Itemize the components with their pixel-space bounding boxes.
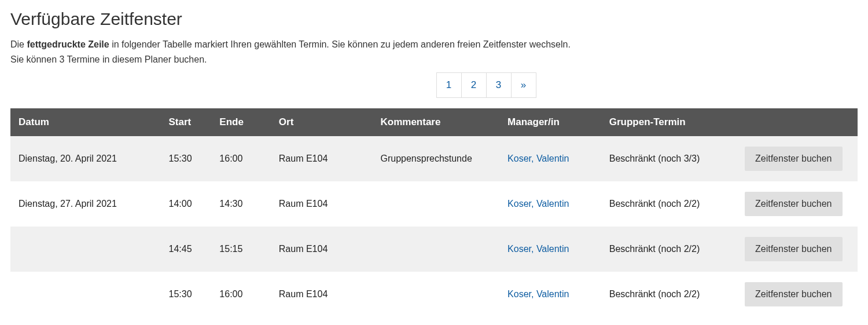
cell-location: Raum E104 [273, 181, 375, 227]
table-body: Dienstag, 20. April 2021 15:30 16:00 Rau… [10, 136, 858, 317]
cell-date [10, 272, 163, 317]
table-row: 14:45 15:15 Raum E104 Koser, Valentin Be… [10, 227, 858, 272]
th-comments: Kommentare [374, 108, 502, 136]
cell-start: 14:00 [163, 181, 214, 227]
th-manager: Manager/in [502, 108, 604, 136]
th-date: Datum [10, 108, 163, 136]
cell-end: 14:30 [214, 181, 273, 227]
table-row: 15:30 16:00 Raum E104 Koser, Valentin Be… [10, 272, 858, 317]
cell-end: 16:00 [214, 136, 273, 181]
cell-start: 15:30 [163, 272, 214, 317]
cell-group: Beschränkt (noch 3/3) [604, 136, 739, 181]
cell-end: 15:15 [214, 227, 273, 272]
desc-line1-rest: in folgender Tabelle markiert Ihren gewä… [109, 39, 571, 49]
desc-prefix: Die [10, 39, 27, 49]
description-block: Die fettgedruckte Zeile in folgender Tab… [10, 37, 858, 67]
table-row: Dienstag, 20. April 2021 15:30 16:00 Rau… [10, 136, 858, 181]
book-slot-button[interactable]: Zeitfenster buchen [745, 237, 843, 261]
th-group: Gruppen-Termin [604, 108, 739, 136]
cell-comments: Gruppensprechstunde [374, 136, 502, 181]
cell-date: Dienstag, 20. April 2021 [10, 136, 163, 181]
th-start: Start [163, 108, 214, 136]
desc-line2: Sie können 3 Termine in diesem Planer bu… [10, 54, 207, 64]
desc-bold: fettgedruckte Zeile [27, 39, 109, 49]
manager-link[interactable]: Koser, Valentin [507, 289, 569, 299]
book-slot-button[interactable]: Zeitfenster buchen [745, 282, 843, 306]
page-link-next[interactable]: » [511, 72, 536, 98]
table-header-row: Datum Start Ende Ort Kommentare Manager/… [10, 108, 858, 136]
page-title: Verfügbare Zeitfenster [10, 9, 858, 29]
th-location: Ort [273, 108, 375, 136]
cell-location: Raum E104 [273, 136, 375, 181]
cell-comments [374, 227, 502, 272]
cell-start: 14:45 [163, 227, 214, 272]
cell-group: Beschränkt (noch 2/2) [604, 181, 739, 227]
cell-group: Beschränkt (noch 2/2) [604, 272, 739, 317]
cell-location: Raum E104 [273, 272, 375, 317]
table-row: Dienstag, 27. April 2021 14:00 14:30 Rau… [10, 181, 858, 227]
cell-end: 16:00 [214, 272, 273, 317]
cell-date [10, 227, 163, 272]
th-action [739, 108, 858, 136]
cell-group: Beschränkt (noch 2/2) [604, 227, 739, 272]
manager-link[interactable]: Koser, Valentin [507, 154, 569, 163]
th-end: Ende [214, 108, 273, 136]
cell-start: 15:30 [163, 136, 214, 181]
page-link-3[interactable]: 3 [486, 72, 512, 98]
manager-link[interactable]: Koser, Valentin [507, 244, 569, 254]
cell-comments [374, 272, 502, 317]
book-slot-button[interactable]: Zeitfenster buchen [745, 147, 843, 171]
cell-date: Dienstag, 27. April 2021 [10, 181, 163, 227]
slots-table: Datum Start Ende Ort Kommentare Manager/… [10, 108, 858, 317]
cell-location: Raum E104 [273, 227, 375, 272]
page-link-2[interactable]: 2 [461, 72, 487, 98]
manager-link[interactable]: Koser, Valentin [507, 199, 569, 209]
pagination: 1 2 3 » [10, 72, 858, 98]
book-slot-button[interactable]: Zeitfenster buchen [745, 192, 843, 216]
cell-comments [374, 181, 502, 227]
page-link-1[interactable]: 1 [436, 72, 462, 98]
